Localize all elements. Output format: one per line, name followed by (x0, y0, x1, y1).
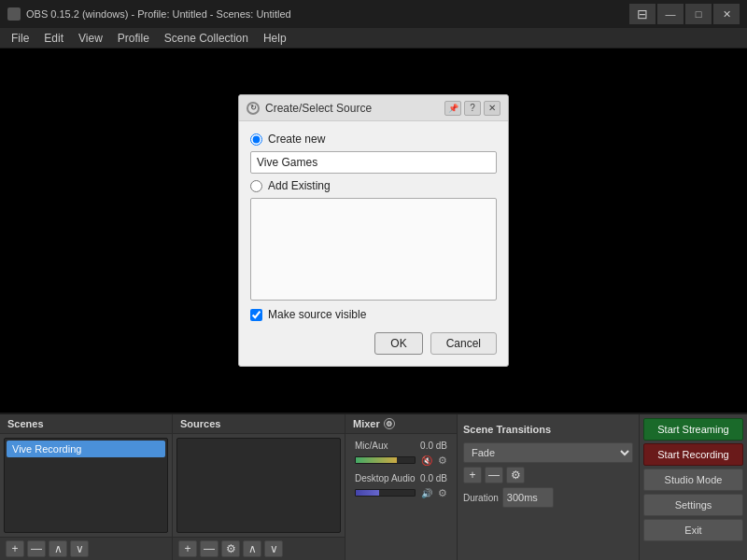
mixer-header: Mixer ⚙ (345, 414, 457, 434)
remove-scene-button[interactable]: — (27, 540, 46, 557)
remove-transition-button[interactable]: — (485, 467, 503, 483)
menu-edit[interactable]: Edit (36, 30, 71, 47)
title-bar-controls: ⊟ — □ ✕ (629, 4, 740, 24)
move-source-up-button[interactable]: ∧ (243, 540, 261, 557)
studio-mode-button[interactable]: Studio Mode (643, 469, 743, 491)
mic-level-fill (356, 457, 397, 463)
title-bar: OBS 0.15.2 (windows) - Profile: Untitled… (0, 0, 747, 28)
desktop-level-bar (355, 489, 416, 497)
mic-track-name: Mic/Aux (355, 441, 388, 451)
mic-level-bar (355, 456, 416, 464)
mixer-section: Mixer ⚙ Mic/Aux 0.0 dB 🔇 ⚙ (345, 414, 458, 560)
move-source-down-button[interactable]: ∨ (264, 540, 283, 557)
desktop-db: 0.0 dB (420, 473, 447, 483)
make-visible-row[interactable]: Make source visible (250, 308, 497, 321)
controls-content: Start Streaming Start Recording Studio M… (640, 414, 747, 560)
mixer-track-desktop-header: Desktop Audio 0.0 dB (355, 473, 447, 483)
mixer-track-mic: Mic/Aux 0.0 dB 🔇 ⚙ (349, 438, 453, 470)
move-scene-down-button[interactable]: ∨ (70, 540, 89, 557)
desktop-level-fill (356, 490, 379, 496)
dialog-close-button[interactable]: ✕ (484, 101, 500, 116)
start-recording-button[interactable]: Start Recording (643, 443, 743, 466)
snap-layouts-button[interactable]: ⊟ (629, 4, 655, 24)
scenes-list[interactable]: Vive Recording (4, 438, 168, 533)
mic-bar-container: 🔇 ⚙ (355, 453, 447, 468)
preview-area: ↻ Create/Select Source 📌 ? ✕ Create new (0, 49, 747, 413)
sources-section: Sources + — ⚙ ∧ ∨ (173, 414, 345, 560)
sources-title: Sources (180, 418, 220, 429)
sources-list[interactable] (176, 438, 341, 533)
source-settings-button[interactable]: ⚙ (221, 540, 240, 557)
add-existing-label: Add Existing (268, 179, 331, 192)
scene-item-vive-recording[interactable]: Vive Recording (7, 441, 165, 457)
menu-help[interactable]: Help (256, 30, 294, 47)
remove-source-button[interactable]: — (200, 540, 218, 557)
make-visible-checkbox[interactable] (250, 309, 262, 321)
mixer-track-mic-header: Mic/Aux 0.0 dB (355, 441, 447, 451)
scenes-title: Scenes (7, 418, 44, 429)
close-button[interactable]: ✕ (713, 4, 740, 24)
sources-header: Sources (173, 414, 345, 434)
minimize-button[interactable]: — (657, 4, 684, 24)
mic-db: 0.0 dB (420, 441, 447, 451)
move-scene-up-button[interactable]: ∧ (49, 540, 67, 557)
dialog-title: Create/Select Source (265, 102, 372, 115)
dialog-title-icon: ↻ (247, 102, 260, 115)
mixer-track-desktop: Desktop Audio 0.0 dB 🔊 ⚙ (349, 470, 453, 503)
panel-sections: Scenes Vive Recording + — ∧ ∨ Sources + … (0, 414, 747, 560)
mixer-title: Mixer (353, 418, 380, 429)
add-transition-button[interactable]: + (463, 467, 482, 483)
source-name-input[interactable] (250, 151, 497, 174)
transition-type-select[interactable]: Fade Cut Swipe Slide Stinger Fade to Col… (463, 442, 633, 463)
window-title: OBS 0.15.2 (windows) - Profile: Untitled… (26, 8, 291, 20)
exit-button[interactable]: Exit (643, 519, 743, 541)
cancel-button[interactable]: Cancel (430, 332, 497, 355)
menu-profile[interactable]: Profile (110, 30, 157, 47)
add-scene-button[interactable]: + (6, 540, 24, 557)
menu-bar: File Edit View Profile Scene Collection … (0, 28, 747, 49)
create-new-label: Create new (268, 133, 325, 146)
desktop-mute-icon[interactable]: 🔊 (419, 485, 434, 500)
add-source-button[interactable]: + (178, 540, 197, 557)
dialog-title-controls: 📌 ? ✕ (444, 101, 500, 116)
dialog-overlay: ↻ Create/Select Source 📌 ? ✕ Create new (0, 49, 747, 413)
make-visible-label: Make source visible (268, 308, 366, 321)
dialog-titlebar-left: ↻ Create/Select Source (247, 102, 372, 115)
ok-button[interactable]: OK (374, 332, 422, 355)
settings-button[interactable]: Settings (643, 494, 743, 516)
add-existing-option[interactable]: Add Existing (250, 179, 497, 192)
sources-toolbar: + — ⚙ ∧ ∨ (173, 537, 345, 560)
transitions-title: Scene Transitions (463, 424, 551, 435)
create-new-option[interactable]: Create new (250, 133, 497, 146)
transition-settings-button[interactable]: ⚙ (506, 467, 525, 483)
duration-row: Duration (463, 487, 633, 508)
scenes-section: Scenes Vive Recording + — ∧ ∨ (0, 414, 173, 560)
menu-scene-collection[interactable]: Scene Collection (157, 30, 256, 47)
duration-label: Duration (463, 493, 499, 503)
menu-view[interactable]: View (71, 30, 110, 47)
bottom-panel: Scenes Vive Recording + — ∧ ∨ Sources + … (0, 413, 747, 560)
desktop-gear-icon[interactable]: ⚙ (438, 487, 447, 499)
mixer-content: Mic/Aux 0.0 dB 🔇 ⚙ Desktop Audio (345, 434, 457, 560)
transitions-header: Scene Transitions (463, 420, 633, 439)
duration-input[interactable] (502, 487, 554, 508)
transition-add-row: + — ⚙ (463, 467, 633, 483)
app-icon (7, 7, 21, 21)
maximize-button[interactable]: □ (685, 4, 712, 24)
dialog-help-button[interactable]: ? (464, 101, 481, 116)
desktop-track-name: Desktop Audio (355, 473, 416, 483)
transitions-section: Scene Transitions Fade Cut Swipe Slide S… (458, 414, 640, 560)
dialog-content: Create new Add Existing Make source visi… (239, 121, 508, 366)
add-existing-radio[interactable] (250, 180, 262, 192)
dialog-titlebar: ↻ Create/Select Source 📌 ? ✕ (239, 95, 508, 121)
menu-file[interactable]: File (4, 30, 36, 47)
mic-gear-icon[interactable]: ⚙ (438, 455, 447, 467)
dialog-pin-button[interactable]: 📌 (444, 101, 461, 116)
mic-mute-icon[interactable]: 🔇 (419, 453, 434, 468)
create-new-radio[interactable] (250, 133, 262, 146)
existing-sources-list[interactable] (250, 198, 497, 301)
mixer-settings-icon[interactable]: ⚙ (384, 418, 395, 429)
dialog-buttons: OK Cancel (250, 332, 497, 355)
start-streaming-button[interactable]: Start Streaming (643, 418, 743, 441)
controls-section: Start Streaming Start Recording Studio M… (640, 414, 747, 560)
